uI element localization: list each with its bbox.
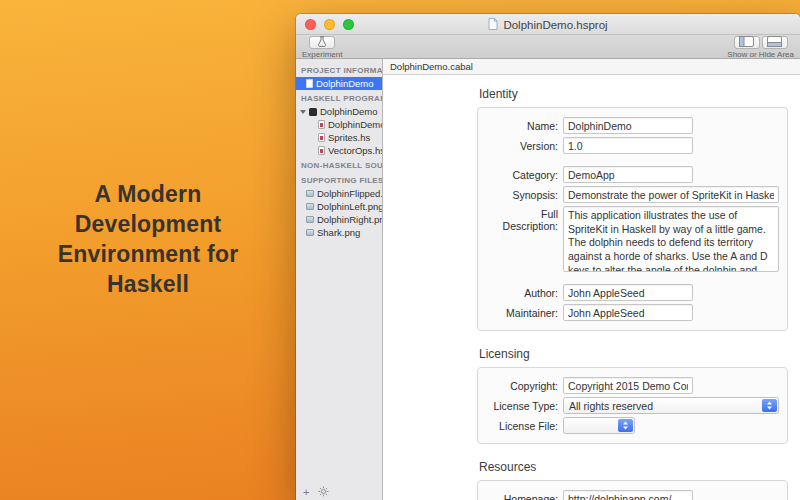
traffic-lights <box>305 19 354 30</box>
toggle-bottom-pane-button[interactable] <box>762 36 788 49</box>
sidebar-header-project-information: PROJECT INFORMATION <box>296 62 382 77</box>
action-gear-button[interactable] <box>318 483 329 500</box>
haskell-file-icon <box>318 146 325 155</box>
window-titlebar: DolphinDemo.hsproj <box>296 14 800 35</box>
category-input[interactable] <box>563 166 693 183</box>
add-file-button[interactable]: + <box>303 487 309 498</box>
module-icon <box>309 108 317 116</box>
name-label: Name: <box>486 120 563 132</box>
sidebar-item-dolphinright-png[interactable]: DolphinRight.png <box>296 213 382 226</box>
sidebar-item-sprites-hs[interactable]: Sprites.hs <box>296 131 382 144</box>
sidebar-footer: + <box>296 484 382 500</box>
jump-bar[interactable]: DolphinDemo.cabal <box>383 59 800 75</box>
licensing-section-title: Licensing <box>479 347 788 361</box>
sidebar-item-vectorops-hs[interactable]: VectorOps.hs <box>296 144 382 157</box>
close-button[interactable] <box>305 19 316 30</box>
sidebar-header-supporting-files: SUPPORTING FILES <box>296 172 382 187</box>
disclosure-triangle-icon[interactable] <box>300 110 306 114</box>
maintainer-label: Maintainer: <box>486 307 563 319</box>
sidebar-item-label: DolphinDemo <box>320 106 378 117</box>
license-type-row: License Type: All rights reserved <box>486 397 779 414</box>
license-type-value: All rights reserved <box>569 400 653 412</box>
category-label: Category: <box>486 169 563 181</box>
name-input[interactable] <box>563 117 693 134</box>
show-hide-area-tool: Show or Hide Area <box>727 36 794 58</box>
maintainer-input[interactable] <box>563 304 693 321</box>
homepage-input[interactable] <box>563 490 693 500</box>
license-file-select[interactable] <box>563 417 635 434</box>
haskell-file-icon <box>318 120 325 129</box>
app-window: DolphinDemo.hsproj Experiment <box>296 14 800 500</box>
sidebar-item-label: Sprites.hs <box>328 132 370 143</box>
maintainer-row: Maintainer: <box>486 304 779 321</box>
sidebar-item-dolphinflipped-png[interactable]: DolphinFlipped.png <box>296 187 382 200</box>
author-input[interactable] <box>563 284 693 301</box>
sidebar-item-label: DolphinLeft.png <box>317 201 382 212</box>
sidebar-item-label: DolphinDemo.hs <box>328 119 382 130</box>
author-row: Author: <box>486 284 779 301</box>
left-pane-icon <box>739 35 754 50</box>
bottom-pane-icon <box>767 35 782 50</box>
resources-group-box: Homepage: Bug Reports: Package URL: <box>477 480 788 500</box>
sidebar-item-label: Shark.png <box>317 227 360 238</box>
sidebar-item-shark-png[interactable]: Shark.png <box>296 226 382 239</box>
image-file-icon <box>306 190 314 197</box>
image-file-icon <box>306 203 314 210</box>
homepage-row: Homepage: <box>486 490 779 500</box>
license-file-row: License File: <box>486 417 779 434</box>
name-row: Name: <box>486 117 779 134</box>
toggle-left-pane-button[interactable] <box>734 36 760 49</box>
licensing-group-box: Copyright: License Type: All rights rese… <box>477 367 788 444</box>
window-title-area: DolphinDemo.hsproj <box>296 14 800 35</box>
project-sidebar: PROJECT INFORMATION DolphinDemo HASKELL … <box>296 59 383 500</box>
identity-section-title: Identity <box>479 87 788 101</box>
window-title: DolphinDemo.hsproj <box>503 19 607 31</box>
desktop-background: A Modern Development Environment for Has… <box>0 0 800 500</box>
sidebar-item-label: DolphinDemo <box>316 78 374 89</box>
sidebar-item-label: DolphinFlipped.png <box>317 188 382 199</box>
license-type-label: License Type: <box>486 400 563 412</box>
copyright-input[interactable] <box>563 377 693 394</box>
sidebar-item-project-dolphindemo[interactable]: DolphinDemo <box>296 77 382 90</box>
sidebar-item-dolphinleft-png[interactable]: DolphinLeft.png <box>296 200 382 213</box>
minimize-button[interactable] <box>324 19 335 30</box>
version-row: Version: <box>486 137 779 154</box>
marketing-headline: A Modern Development Environment for Has… <box>0 180 296 300</box>
image-file-icon <box>306 229 314 236</box>
stepper-arrows-icon <box>762 399 777 412</box>
version-input[interactable] <box>563 137 693 154</box>
experiment-flask-icon <box>317 35 327 50</box>
experiment-button[interactable] <box>309 36 335 49</box>
copyright-row: Copyright: <box>486 377 779 394</box>
project-file-icon <box>306 79 313 88</box>
sidebar-header-non-haskell-sources: NON-HASKELL SOURC… <box>296 157 382 172</box>
cabal-form: Identity Name: Version: Category: <box>383 75 800 500</box>
experiment-tool: Experiment <box>302 36 342 58</box>
identity-group-box: Name: Version: Category: Synopsis: <box>477 107 788 331</box>
sidebar-item-label: VectorOps.hs <box>328 145 382 156</box>
sidebar-item-dolphindemo-hs[interactable]: DolphinDemo.hs <box>296 118 382 131</box>
sidebar-item-folder-dolphindemo[interactable]: DolphinDemo <box>296 105 382 118</box>
full-description-textarea[interactable]: This application illustrates the use of … <box>563 206 779 272</box>
show-hide-area-label: Show or Hide Area <box>727 50 794 59</box>
editor-area: DolphinDemo.cabal Identity Name: Version… <box>383 59 800 500</box>
image-file-icon <box>306 216 314 223</box>
author-label: Author: <box>486 287 563 299</box>
experiment-label: Experiment <box>302 50 342 59</box>
document-icon <box>488 18 498 32</box>
license-type-select[interactable]: All rights reserved <box>563 397 779 414</box>
sidebar-header-haskell-program-code: HASKELL PROGRAM C… <box>296 90 382 105</box>
synopsis-input[interactable] <box>563 186 779 203</box>
homepage-label: Homepage: <box>486 493 563 500</box>
resources-section-title: Resources <box>479 460 788 474</box>
synopsis-row: Synopsis: <box>486 186 779 203</box>
panel-toggle-group <box>734 36 788 49</box>
sidebar-item-label: DolphinRight.png <box>317 214 382 225</box>
jump-bar-path: DolphinDemo.cabal <box>390 61 473 72</box>
zoom-button[interactable] <box>343 19 354 30</box>
stepper-arrows-icon <box>618 419 633 432</box>
copyright-label: Copyright: <box>486 380 563 392</box>
haskell-file-icon <box>318 133 325 142</box>
synopsis-label: Synopsis: <box>486 189 563 201</box>
full-description-label: Full Description: <box>486 206 563 232</box>
